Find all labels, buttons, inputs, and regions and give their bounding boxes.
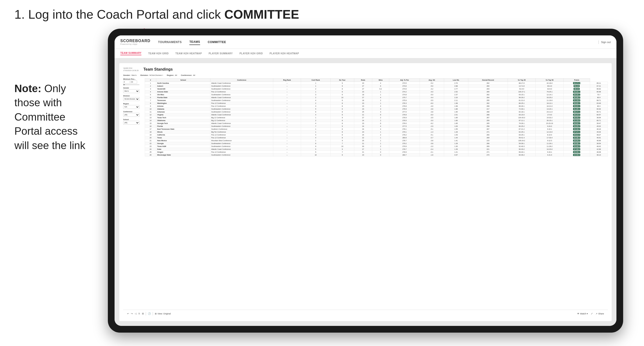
cell-data: 38.13 (590, 153, 608, 156)
cell-data: 63-15-1 (508, 93, 536, 96)
cell-points: 31-29-1 (564, 107, 590, 110)
filter-row: Gender: Men's Division: NCAA Division I … (123, 74, 608, 76)
region-select[interactable]: N/A (123, 105, 140, 109)
tab-player-h2h-heatmap[interactable]: PLAYER H2H HEATMAP (270, 52, 299, 55)
cell-data: 49.34 (590, 130, 608, 133)
view-original-button[interactable]: ⊞ View: Original (155, 313, 171, 315)
cell-data: 1 (372, 136, 389, 139)
share-button[interactable]: ↗ Share (596, 313, 604, 315)
redo-icon[interactable]: ↪ (131, 312, 133, 315)
cell-data: 1.53 (444, 133, 468, 136)
cell-data: 45.02 (590, 125, 608, 128)
cell-conference: Southeastern Conference (210, 145, 273, 148)
min-rounds-min-input[interactable] (123, 80, 130, 84)
rounds-slider-fill (123, 84, 125, 85)
min-rounds-max-input[interactable] (130, 80, 137, 84)
paste-icon[interactable]: ⊞ (142, 312, 144, 315)
cell-points: 10-30-0 (564, 153, 590, 156)
nav-committee[interactable]: COMMITTEE (208, 39, 226, 45)
cell-data: 279.9 (389, 145, 420, 148)
expand-icon[interactable]: ⤢ (591, 312, 593, 315)
cell-data: 2.88 (444, 84, 468, 87)
cell-data: 83-25-1 (508, 133, 536, 136)
cell-data: 3 (372, 107, 389, 110)
clock-icon[interactable]: 🕐 (148, 312, 151, 315)
tab-team-h2h-heatmap[interactable]: TEAM H2H HEATMAP (176, 52, 202, 55)
tab-team-summary[interactable]: TEAM SUMMARY (120, 52, 142, 55)
cell-data: 4 (301, 99, 330, 102)
cell-data: 2 (145, 84, 156, 87)
cell-data: 96-29-2 (508, 96, 536, 99)
col-school: School (156, 78, 210, 82)
cell-school: Virginia (156, 113, 210, 116)
undo-icon[interactable]: ↩ (127, 312, 129, 315)
cell-data: -6.0 (420, 113, 444, 116)
conference-filter-display: Conference: All (181, 74, 195, 76)
cell-data: 8 (330, 122, 354, 125)
cell-data: 30 (354, 145, 372, 148)
cell-data: 97-11-1 (508, 119, 536, 122)
cell-data: 10 (330, 96, 354, 99)
cell-data: 276.9 (389, 116, 420, 119)
scoreboard-logo: SCOREBOARD Powered by clippi (120, 39, 150, 45)
cell-points: 31-15-0 (564, 119, 590, 122)
division-select[interactable]: NCAA Division I (123, 97, 140, 101)
table-row: 11ArkansasSoutheastern Conference–682532… (145, 110, 608, 113)
cell-data: 18 (354, 99, 372, 102)
cell-data: 2.70 (444, 82, 468, 84)
cell-data: 1 (301, 128, 330, 130)
cell-data: 9 (330, 148, 354, 151)
cell-data: 279.1 (389, 130, 420, 133)
col-points: Points (564, 78, 590, 82)
cell-data: 2.37 (444, 93, 468, 96)
cell-data: -3.6 (420, 107, 444, 110)
cell-data: 265 (468, 90, 508, 93)
cell-data: 17-33-4 (536, 136, 564, 139)
cell-data: 6 (372, 113, 389, 116)
back-icon[interactable]: ◁ (135, 312, 136, 315)
cell-data: 8 (330, 119, 354, 122)
tab-team-h2h-grid[interactable]: TEAM H2H GRID (148, 52, 168, 55)
cell-data: 1 (301, 82, 330, 84)
conference-select[interactable]: (All) (123, 113, 140, 117)
cell-conference: Pac-12 Conference (210, 102, 273, 105)
tablet-frame: SCOREBOARD Powered by clippi TOURNAMENTS… (108, 29, 623, 333)
sign-out-link[interactable]: Sign out (601, 41, 611, 43)
cell-data: 21 (354, 151, 372, 153)
cell-school: Georgia Tech (156, 122, 210, 125)
cell-conference: Southeastern Conference (210, 87, 273, 90)
table-row: 13Texas TechBig 12 Conference–19272276.9… (145, 116, 608, 119)
cell-data: 7 (330, 151, 354, 153)
watch-button[interactable]: 👁 Watch ▾ (577, 313, 588, 315)
step-text-body: Log into the Coach Portal and click (28, 7, 224, 21)
school-select[interactable]: (All) (123, 121, 140, 125)
cell-data: 271 (468, 151, 508, 153)
cell-data: 11-28-2 (536, 145, 564, 148)
cell-data: 4 (301, 136, 330, 139)
nav-tournaments[interactable]: TOURNAMENTS (158, 39, 182, 45)
cell-data: 1.85 (444, 116, 468, 119)
tab-player-h2h-grid[interactable]: PLAYER H2H GRID (240, 52, 263, 55)
tab-player-summary[interactable]: PLAYER SUMMARY (208, 52, 233, 55)
cell-conference: Southeastern Conference (210, 142, 273, 145)
cell-data: 39.47 (590, 122, 608, 125)
copy-icon[interactable]: ⎘ (138, 312, 140, 315)
cell-data: 2 (372, 99, 389, 102)
cell-data: 4 (301, 113, 330, 116)
cell-data: – (273, 99, 301, 102)
cell-conference: Big 12 Conference (210, 116, 273, 119)
cell-conference: Atlantic Coast Conference (210, 82, 273, 84)
nav-teams[interactable]: TEAMS (189, 39, 200, 45)
cell-data: 7 (301, 125, 330, 128)
gender-select[interactable]: Men's (123, 89, 140, 93)
cell-data: 8 (330, 130, 354, 133)
cell-school: East Tennessee State (156, 128, 210, 130)
cell-data: – (273, 87, 301, 90)
share-label: Share (598, 313, 604, 315)
cell-conference: Atlantic Coast Conference (210, 148, 273, 151)
cell-data: 8 (145, 102, 156, 105)
cell-data: 25 (145, 151, 156, 153)
cell-data: 9 (330, 84, 354, 87)
rounds-slider-track[interactable] (123, 84, 140, 85)
cell-data: 1.80 (444, 119, 468, 122)
